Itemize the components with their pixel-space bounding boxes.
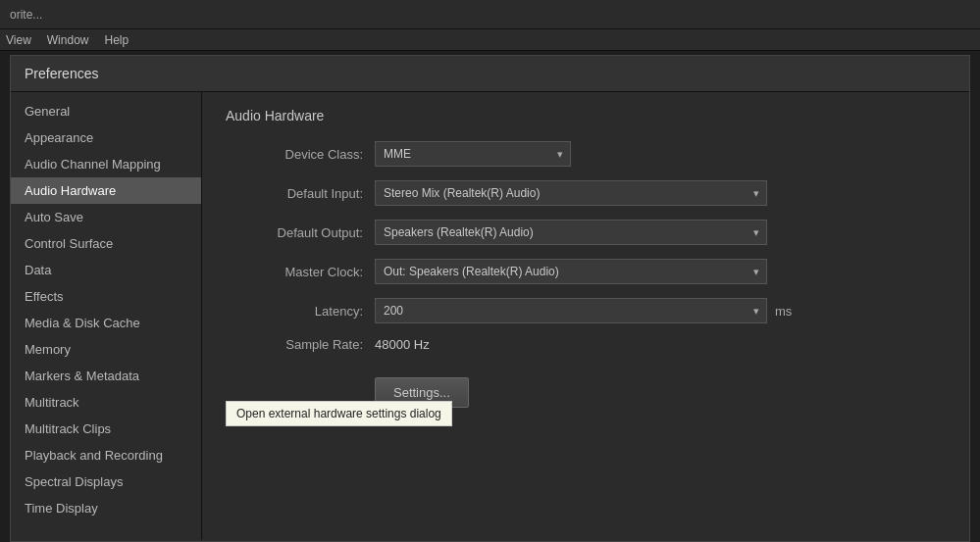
- sidebar-item-appearance[interactable]: Appearance: [11, 124, 201, 151]
- default-input-row: Default Input: Stereo Mix (Realtek(R) Au…: [226, 180, 946, 206]
- sidebar-item-playback-recording[interactable]: Playback and Recording: [11, 442, 201, 468]
- sample-rate-label: Sample Rate:: [226, 337, 363, 352]
- default-output-row: Default Output: Speakers (Realtek(R) Aud…: [226, 220, 946, 245]
- preferences-sidebar: GeneralAppearanceAudio Channel MappingAu…: [11, 92, 202, 540]
- title-bar-text: orite...: [10, 8, 42, 22]
- sidebar-item-spectral-displays[interactable]: Spectral Displays: [11, 468, 201, 495]
- default-input-label: Default Input:: [226, 186, 363, 201]
- device-class-row: Device Class: MME ASIO WDM-KS: [226, 141, 946, 167]
- sidebar-item-multitrack[interactable]: Multitrack: [11, 389, 201, 416]
- latency-row: Latency: 100 150 200 250 300 500 ms: [226, 298, 946, 323]
- sidebar-item-markers-metadata[interactable]: Markers & Metadata: [11, 363, 201, 389]
- master-clock-select[interactable]: Out: Speakers (Realtek(R) Audio) Interna…: [375, 259, 767, 284]
- sidebar-item-media-disk-cache[interactable]: Media & Disk Cache: [11, 310, 201, 336]
- main-content-panel: Audio Hardware Device Class: MME ASIO WD…: [202, 92, 969, 540]
- section-title: Audio Hardware: [226, 108, 946, 123]
- latency-select[interactable]: 100 150 200 250 300 500: [375, 298, 767, 323]
- sidebar-item-multitrack-clips[interactable]: Multitrack Clips: [11, 416, 201, 442]
- menu-help[interactable]: Help: [104, 33, 129, 47]
- default-input-select[interactable]: Stereo Mix (Realtek(R) Audio) Microphone…: [375, 180, 767, 206]
- sidebar-item-audio-hardware[interactable]: Audio Hardware: [11, 177, 201, 204]
- menu-window[interactable]: Window: [47, 33, 89, 47]
- sidebar-item-auto-save[interactable]: Auto Save: [11, 204, 201, 230]
- sidebar-item-effects[interactable]: Effects: [11, 283, 201, 310]
- master-clock-select-wrapper: Out: Speakers (Realtek(R) Audio) Interna…: [375, 259, 767, 284]
- device-class-select[interactable]: MME ASIO WDM-KS: [375, 141, 571, 167]
- sample-rate-value: 48000 Hz: [375, 337, 430, 352]
- master-clock-label: Master Clock:: [226, 265, 363, 279]
- latency-label: Latency:: [226, 304, 363, 319]
- sidebar-item-memory[interactable]: Memory: [11, 336, 201, 363]
- latency-select-wrapper: 100 150 200 250 300 500: [375, 298, 767, 323]
- master-clock-row: Master Clock: Out: Speakers (Realtek(R) …: [226, 259, 946, 284]
- menu-view[interactable]: View: [6, 33, 31, 47]
- settings-button[interactable]: Settings...: [375, 377, 469, 408]
- sample-rate-row: Sample Rate: 48000 Hz: [226, 337, 946, 352]
- default-output-label: Default Output:: [226, 225, 363, 240]
- default-output-select[interactable]: Speakers (Realtek(R) Audio) Headphones N…: [375, 220, 767, 245]
- latency-unit: ms: [775, 304, 792, 319]
- settings-button-container: Settings... Open external hardware setti…: [226, 366, 469, 408]
- sidebar-item-audio-channel-mapping[interactable]: Audio Channel Mapping: [11, 151, 201, 177]
- sidebar-item-time-display[interactable]: Time Display: [11, 495, 201, 521]
- sidebar-item-data[interactable]: Data: [11, 257, 201, 283]
- sidebar-item-general[interactable]: General: [11, 98, 201, 124]
- device-class-select-wrapper: MME ASIO WDM-KS: [375, 141, 571, 167]
- dialog-title: Preferences: [11, 56, 969, 92]
- default-input-select-wrapper: Stereo Mix (Realtek(R) Audio) Microphone…: [375, 180, 767, 206]
- preferences-dialog: Preferences GeneralAppearanceAudio Chann…: [10, 55, 970, 542]
- default-output-select-wrapper: Speakers (Realtek(R) Audio) Headphones N…: [375, 220, 767, 245]
- device-class-label: Device Class:: [226, 147, 363, 162]
- sidebar-item-control-surface[interactable]: Control Surface: [11, 230, 201, 257]
